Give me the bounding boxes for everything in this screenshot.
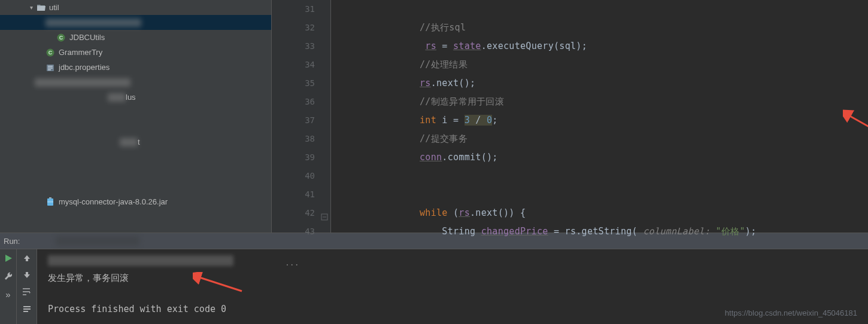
- code-editor[interactable]: //执行sql rs = state.executeQuery(sql);//处…: [331, 0, 868, 233]
- blurred-item: [120, 138, 138, 146]
- line-number[interactable]: 43: [272, 222, 330, 241]
- run-inner-toolbar: [17, 249, 37, 324]
- tree-item[interactable]: t: [0, 135, 271, 149]
- run-play-icon[interactable]: [3, 253, 14, 264]
- tree-item[interactable]: [0, 149, 271, 164]
- line-number[interactable]: 41: [272, 185, 330, 204]
- tree-item[interactable]: [0, 75, 271, 90]
- props-icon: [45, 63, 55, 72]
- jar-icon: [45, 197, 55, 207]
- svg-rect-5: [48, 66, 53, 67]
- tree-item[interactable]: [0, 105, 271, 120]
- line-number[interactable]: 35: [272, 74, 330, 93]
- line-number[interactable]: 39: [272, 148, 330, 167]
- line-number[interactable]: 42: [272, 204, 330, 222]
- editor-gutter[interactable]: 31323334353637383940414243: [271, 0, 331, 233]
- wrench-icon[interactable]: [3, 271, 14, 282]
- tree-item[interactable]: jdbc.properties: [0, 60, 271, 75]
- more-icon[interactable]: »: [3, 289, 14, 299]
- code-line[interactable]: //执行sql: [331, 19, 868, 37]
- console-line: 发生异常，事务回滚: [48, 270, 868, 286]
- annotation-arrow-icon: [843, 108, 868, 143]
- svg-rect-6: [48, 68, 53, 69]
- blurred-item: [45, 19, 141, 27]
- line-number[interactable]: 31: [272, 0, 330, 19]
- tree-item[interactable]: CGrammerTry: [0, 45, 271, 60]
- code-line[interactable]: conn.commit();: [331, 148, 868, 167]
- line-number[interactable]: 34: [272, 56, 330, 74]
- code-line[interactable]: String changedPrice = rs.getString( colu…: [331, 222, 868, 241]
- code-line[interactable]: [331, 185, 868, 204]
- line-number[interactable]: 38: [272, 130, 330, 148]
- line-number[interactable]: 33: [272, 37, 330, 56]
- tree-item[interactable]: [0, 120, 271, 135]
- code-line[interactable]: [331, 167, 868, 185]
- blurred-item: [35, 78, 130, 87]
- console-ellipsis: ...: [285, 255, 299, 271]
- line-number[interactable]: 37: [272, 111, 330, 130]
- watermark-text: https://blog.csdn.net/weixin_45046181: [725, 305, 857, 322]
- tree-item-label: mysql-connector-java-8.0.26.jar: [59, 194, 168, 209]
- tree-item-label: GrammerTry: [59, 45, 102, 60]
- svg-rect-7: [48, 69, 51, 71]
- arrow-up-icon[interactable]: [22, 253, 32, 264]
- code-line[interactable]: rs.next();: [331, 74, 868, 93]
- tree-item[interactable]: [0, 164, 271, 179]
- run-config-name-blurred: [56, 236, 139, 246]
- blurred-item: [108, 93, 126, 102]
- tree-item[interactable]: [0, 15, 271, 30]
- class-icon: C: [45, 48, 55, 57]
- code-line[interactable]: while (rs.next()) {: [331, 204, 868, 222]
- tree-item[interactable]: lus: [0, 90, 271, 105]
- line-number[interactable]: 40: [272, 167, 330, 185]
- tree-item[interactable]: CJDBCUtils: [0, 30, 271, 45]
- svg-rect-16: [23, 306, 31, 307]
- code-line[interactable]: rs = state.executeQuery(sql);: [331, 37, 868, 56]
- code-line[interactable]: [331, 0, 868, 19]
- fold-handle-icon[interactable]: [321, 209, 328, 216]
- code-line[interactable]: //提交事务: [331, 130, 868, 148]
- svg-rect-10: [47, 201, 53, 203]
- chevron-down-icon[interactable]: ▾: [26, 0, 36, 15]
- svg-line-20: [198, 277, 242, 291]
- tree-item[interactable]: mysql-connector-java-8.0.26.jar: [0, 194, 271, 209]
- code-line[interactable]: //处理结果: [331, 56, 868, 74]
- svg-rect-17: [23, 308, 31, 310]
- code-line[interactable]: int i = 3 / 0;: [331, 111, 868, 130]
- tree-item[interactable]: [0, 179, 271, 194]
- svg-rect-8: [49, 197, 51, 198]
- line-number[interactable]: 32: [272, 19, 330, 37]
- project-tree[interactable]: ▾utilCJDBCUtilsCGrammerTryjdbc.propertie…: [0, 0, 271, 233]
- console-output[interactable]: ... 发生异常，事务回滚 Process finished with exit…: [37, 249, 868, 324]
- run-panel-title: Run:: [4, 237, 20, 246]
- tree-item-label: util: [49, 0, 59, 15]
- tree-item-label: JDBCUtils: [69, 30, 105, 45]
- svg-rect-18: [23, 311, 28, 312]
- svg-text:C: C: [59, 35, 63, 41]
- folder-open-icon: [36, 3, 45, 13]
- run-panel: » ... 发生异常，事务回滚 Process finished with ex…: [0, 249, 868, 324]
- arrow-down-icon[interactable]: [22, 270, 32, 280]
- code-line[interactable]: //制造异常用于回滚: [331, 93, 868, 111]
- stack-icon[interactable]: [22, 303, 32, 314]
- line-number[interactable]: 36: [272, 93, 330, 111]
- annotation-arrow-icon: [193, 272, 247, 296]
- tree-item[interactable]: ▾util: [0, 0, 271, 15]
- class-icon: C: [56, 33, 66, 42]
- tree-item-label: jdbc.properties: [59, 60, 110, 75]
- soft-wrap-icon[interactable]: [22, 286, 32, 297]
- console-blurred-line: [48, 255, 233, 266]
- svg-text:C: C: [48, 50, 53, 56]
- svg-line-14: [848, 115, 868, 136]
- svg-marker-15: [5, 255, 12, 262]
- run-left-toolbar: »: [0, 249, 17, 324]
